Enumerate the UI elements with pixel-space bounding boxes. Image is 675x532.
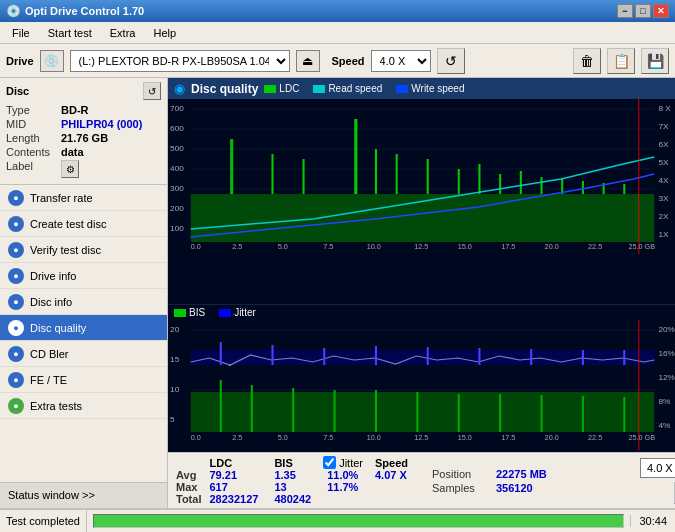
- jitter-checkbox[interactable]: [323, 456, 336, 469]
- drive-select[interactable]: (L:) PLEXTOR BD-R PX-LB950SA 1.04: [70, 50, 290, 72]
- sidebar-item-verify-test-disc[interactable]: ● Verify test disc: [0, 237, 167, 263]
- speed-label: Speed: [332, 55, 365, 67]
- menu-start-test[interactable]: Start test: [40, 25, 100, 41]
- sidebar-item-drive-info[interactable]: ● Drive info: [0, 263, 167, 289]
- disc-length-val: 21.76 GB: [61, 132, 161, 144]
- svg-rect-73: [540, 395, 542, 432]
- svg-rect-65: [220, 380, 222, 432]
- eject-button[interactable]: ⏏: [296, 50, 320, 72]
- speed-select[interactable]: 4.0 X: [371, 50, 431, 72]
- speed-controls: 4.0 X Start full: [640, 457, 675, 479]
- sidebar-item-fe-te[interactable]: ● FE / TE: [0, 367, 167, 393]
- read-speed-color: [313, 85, 325, 93]
- menu-extra[interactable]: Extra: [102, 25, 144, 41]
- sidebar-item-disc-info[interactable]: ● Disc info: [0, 289, 167, 315]
- drive-label: Drive: [6, 55, 34, 67]
- chart-panel: ◉ Disc quality LDC Read speed Write spee…: [168, 78, 675, 508]
- copy-button[interactable]: 📋: [607, 48, 635, 74]
- svg-text:600: 600: [170, 124, 184, 133]
- minimize-button[interactable]: −: [617, 4, 633, 18]
- svg-rect-66: [251, 385, 253, 432]
- svg-text:12.5: 12.5: [414, 243, 428, 251]
- drive-info-icon: ●: [8, 268, 24, 284]
- svg-text:1X: 1X: [658, 230, 669, 239]
- chart-title: Disc quality: [191, 82, 258, 96]
- bis-chart-svg: 20 15 10 5 20% 16% 12% 8% 4%: [168, 320, 675, 450]
- avg-jitter: 11.0%: [319, 469, 367, 481]
- menu-file[interactable]: File: [4, 25, 38, 41]
- drive-icon-btn[interactable]: 💿: [40, 50, 64, 72]
- svg-text:5.0: 5.0: [278, 434, 288, 442]
- svg-text:10: 10: [170, 385, 180, 394]
- refresh-button[interactable]: ↺: [437, 48, 465, 74]
- disc-contents-val: data: [61, 146, 161, 158]
- jitter-label: Jitter: [234, 307, 256, 318]
- statusbar: Test completed 100.0% 30:44: [0, 508, 675, 532]
- disc-type-row: Type BD-R: [6, 104, 161, 116]
- svg-rect-68: [334, 390, 336, 432]
- progress-fill: [94, 515, 623, 527]
- svg-rect-78: [271, 345, 273, 365]
- ldc-chart-svg: 700 600 500 400 300 200 100 8 X 7X 6X 5X…: [168, 99, 675, 254]
- status-text: Test completed: [6, 515, 80, 527]
- svg-text:7.5: 7.5: [323, 434, 333, 442]
- sidebar-item-extra-tests[interactable]: ● Extra tests: [0, 393, 167, 419]
- progress-bar: 100.0%: [93, 514, 624, 528]
- max-ldc: 617: [201, 481, 266, 493]
- svg-rect-67: [292, 388, 294, 432]
- svg-rect-38: [623, 184, 625, 194]
- status-window-button[interactable]: Status window >>: [0, 482, 167, 508]
- svg-rect-71: [458, 394, 460, 432]
- ldc-color: [264, 85, 276, 93]
- svg-rect-83: [530, 349, 532, 365]
- svg-text:15.0: 15.0: [458, 243, 472, 251]
- speed-col-header: Speed: [367, 456, 416, 469]
- svg-text:25.0 GB: 25.0 GB: [628, 243, 655, 251]
- svg-text:2.5: 2.5: [232, 243, 242, 251]
- svg-rect-74: [582, 396, 584, 432]
- disc-type-val: BD-R: [61, 104, 161, 116]
- max-bis: 13: [266, 481, 319, 493]
- disc-mid-row: MID PHILPR04 (000): [6, 118, 161, 130]
- total-label: Total: [176, 493, 201, 505]
- svg-text:20.0: 20.0: [545, 243, 559, 251]
- svg-text:20%: 20%: [658, 325, 675, 334]
- close-button[interactable]: ✕: [653, 4, 669, 18]
- main-content: Disc ↺ Type BD-R MID PHILPR04 (000) Leng…: [0, 78, 675, 508]
- erase-button[interactable]: 🗑: [573, 48, 601, 74]
- disc-quality-label: Disc quality: [30, 322, 86, 334]
- menu-help[interactable]: Help: [145, 25, 184, 41]
- save-button[interactable]: 💾: [641, 48, 669, 74]
- sidebar-menu: ● Transfer rate ● Create test disc ● Ver…: [0, 185, 167, 419]
- svg-text:22.5: 22.5: [588, 243, 602, 251]
- status-text-section: Test completed: [0, 510, 87, 532]
- svg-rect-24: [271, 154, 273, 194]
- sidebar-item-create-test-disc[interactable]: ● Create test disc: [0, 211, 167, 237]
- position-val: 22275 MB: [496, 468, 576, 480]
- svg-text:4%: 4%: [658, 421, 670, 430]
- sidebar-item-disc-quality[interactable]: ● Disc quality: [0, 315, 167, 341]
- samples-val: 356120: [496, 482, 576, 494]
- avg-bis: 1.35: [266, 469, 319, 481]
- disc-label-btn[interactable]: ⚙: [61, 160, 79, 178]
- transfer-rate-label: Transfer rate: [30, 192, 93, 204]
- quality-speed-select[interactable]: 4.0 X: [640, 458, 675, 478]
- right-controls: 4.0 X Start full Start part: [640, 457, 675, 504]
- disc-mid-val[interactable]: PHILPR04 (000): [61, 118, 161, 130]
- sidebar-item-cd-bler[interactable]: ● CD Bler: [0, 341, 167, 367]
- svg-text:10.0: 10.0: [367, 243, 381, 251]
- svg-text:15: 15: [170, 355, 180, 364]
- titlebar: 💿 Opti Drive Control 1.70 − □ ✕: [0, 0, 675, 22]
- svg-rect-85: [623, 350, 625, 365]
- svg-text:17.5: 17.5: [501, 243, 515, 251]
- disc-refresh-btn[interactable]: ↺: [143, 82, 161, 100]
- disc-label-row: Label ⚙: [6, 160, 161, 178]
- sidebar-item-transfer-rate[interactable]: ● Transfer rate: [0, 185, 167, 211]
- max-jitter: 11.7%: [319, 481, 367, 493]
- maximize-button[interactable]: □: [635, 4, 651, 18]
- svg-text:2X: 2X: [658, 212, 669, 221]
- drivebar: Drive 💿 (L:) PLEXTOR BD-R PX-LB950SA 1.0…: [0, 44, 675, 78]
- verify-test-label: Verify test disc: [30, 244, 101, 256]
- right-stats: Position 22275 MB Samples 356120: [432, 468, 632, 494]
- svg-rect-25: [303, 159, 305, 194]
